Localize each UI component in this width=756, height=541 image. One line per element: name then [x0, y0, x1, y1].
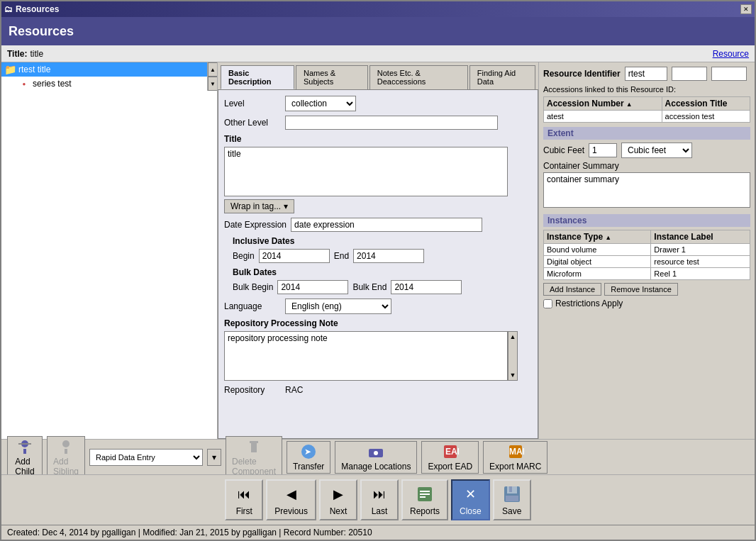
resource-id-box2 — [672, 67, 707, 81]
accession-title-col[interactable]: Accession Title — [662, 97, 750, 111]
next-button[interactable]: ▶ Next — [319, 479, 357, 520]
instance-label-col[interactable]: Instance Label — [651, 230, 750, 244]
resource-id-section: Resource Identifier — [543, 67, 750, 81]
other-level-input[interactable] — [285, 116, 498, 130]
instance-type-1: Bound volume — [544, 244, 651, 256]
repo-note-textarea[interactable]: repository processing note — [224, 331, 508, 381]
bulk-dates-label: Bulk Dates — [233, 267, 532, 277]
close-button-nav[interactable]: ✕ Close — [451, 479, 490, 520]
close-button[interactable]: ✕ — [740, 4, 752, 14]
previous-button[interactable]: ◀ Previous — [266, 479, 316, 520]
export-ead-label: Export EAD — [428, 462, 472, 472]
reports-button[interactable]: Reports — [401, 479, 448, 520]
manage-locations-button[interactable]: Manage Locations — [335, 441, 417, 474]
tree-item-rtest[interactable]: 📁 rtest title — [1, 62, 207, 77]
tab-finding[interactable]: Finding Aid Data — [469, 65, 535, 89]
level-row: Level collection series subseries file i… — [224, 96, 532, 111]
svg-rect-1 — [23, 449, 26, 454]
transfer-button[interactable]: ➤ Transfer — [287, 441, 330, 474]
instance-label-1: Drawer 1 — [651, 244, 750, 256]
svg-rect-21 — [509, 486, 512, 492]
tree-scroll-down[interactable]: ▼ — [208, 77, 218, 91]
remove-instance-button[interactable]: Remove Instance — [604, 283, 678, 296]
tab-basic[interactable]: Basic Description — [221, 65, 294, 89]
container-summary-input[interactable]: container summary — [543, 172, 750, 208]
end-input[interactable] — [353, 249, 424, 263]
resource-link[interactable]: Resource — [713, 49, 749, 59]
instance-type-3: Microform — [544, 268, 651, 280]
accessions-section: Accessions linked to this Resource ID: A… — [543, 85, 750, 123]
svg-rect-6 — [251, 443, 257, 452]
accessions-table: Accession Number ▲ Accession Title atest… — [543, 96, 750, 123]
notes-scroll-up[interactable]: ▲ — [508, 332, 517, 342]
cubic-feet-label: Cubic Feet — [543, 145, 584, 155]
main-window: 🗂 Resources ✕ Resources Title: title Res… — [0, 0, 756, 541]
extent-section: Extent Cubic Feet Cubic feet Linear feet… — [543, 127, 750, 210]
folder-icon: 📁 — [4, 64, 16, 75]
instance-row-3: Microform Reel 1 — [544, 268, 750, 280]
title-section: Title title Wrap in tag... ▾ — [224, 134, 532, 213]
bulk-end-input[interactable] — [391, 280, 462, 294]
title-textarea[interactable]: title — [224, 147, 508, 196]
repository-value: RAC — [285, 385, 303, 395]
rapid-entry-arrow[interactable]: ▾ — [207, 449, 221, 466]
add-sibling-icon — [57, 438, 74, 455]
last-label: Last — [372, 506, 388, 516]
inclusive-dates-section: Inclusive Dates Begin End — [233, 236, 532, 263]
resource-title-bar: Title: title Resource — [1, 45, 755, 62]
first-label: First — [236, 506, 252, 516]
add-child-button[interactable]: AddChild — [7, 436, 43, 479]
container-summary-section: Container Summary container summary — [543, 161, 750, 210]
resource-id-input[interactable] — [625, 67, 667, 81]
tree-scroll-up[interactable]: ▲ — [208, 62, 218, 77]
svg-rect-18 — [420, 496, 426, 498]
accessions-title: Accessions linked to this Resource ID: — [543, 85, 750, 94]
svg-rect-22 — [506, 496, 518, 501]
notes-scroll-down[interactable]: ▼ — [508, 370, 517, 380]
save-icon — [501, 484, 523, 505]
accession-number-cell: atest — [544, 111, 662, 123]
delete-component-label: DeleteComponent — [232, 457, 276, 476]
title-bar-text: 🗂 Resources — [4, 4, 59, 14]
language-select[interactable]: English (eng) French (fra) Spanish (spa) — [285, 299, 391, 314]
repository-row: Repository RAC — [224, 385, 532, 395]
language-row: Language English (eng) French (fra) Span… — [224, 299, 532, 314]
add-sibling-button[interactable]: AddSibling — [47, 436, 85, 479]
resource-id-label: Resource Identifier — [543, 69, 621, 79]
export-ead-button[interactable]: EAD Export EAD — [421, 441, 479, 474]
first-button[interactable]: ⏮ First — [225, 479, 263, 520]
cubic-feet-select[interactable]: Cubic feet Linear feet Items — [621, 143, 692, 158]
accession-num-col[interactable]: Accession Number ▲ — [544, 97, 662, 111]
instance-sort-arrow: ▲ — [605, 234, 611, 241]
wrap-tag-button[interactable]: Wrap in tag... ▾ — [224, 199, 294, 213]
level-select[interactable]: collection series subseries file item — [285, 96, 356, 111]
repo-note-label: Repository Processing Note — [224, 318, 532, 328]
add-instance-button[interactable]: Add Instance — [543, 283, 601, 296]
tab-names[interactable]: Names & Subjects — [296, 65, 368, 89]
begin-input[interactable] — [259, 249, 330, 263]
instance-label-2: resource test — [651, 256, 750, 268]
tab-notes[interactable]: Notes Etc. & Deaccessions — [369, 65, 468, 89]
save-button[interactable]: Save — [493, 479, 531, 520]
bottom-toolbar: AddChild AddSibling Rapid Data Entry ▾ D… — [1, 439, 755, 474]
restrictions-checkbox[interactable] — [543, 299, 552, 308]
export-marc-icon: MARC — [507, 443, 524, 460]
bulk-begin-input[interactable] — [277, 280, 348, 294]
instance-type-col[interactable]: Instance Type ▲ — [544, 230, 651, 244]
tree-item-series[interactable]: ● series test — [16, 77, 207, 91]
export-marc-button[interactable]: MARC Export MARC — [483, 441, 547, 474]
accession-sort-arrow: ▲ — [626, 101, 633, 108]
svg-point-3 — [62, 440, 70, 447]
title-bar-controls: ✕ — [740, 4, 752, 14]
instances-title: Instances — [543, 214, 750, 227]
other-level-row: Other Level — [224, 116, 532, 130]
date-expr-input[interactable] — [291, 218, 482, 232]
date-expr-row: Date Expression — [224, 218, 532, 232]
restrictions-row: Restrictions Apply — [543, 299, 750, 308]
last-icon: ⏭ — [369, 484, 390, 505]
svg-point-10 — [374, 451, 378, 455]
cubic-feet-input[interactable] — [589, 143, 617, 157]
delete-component-button[interactable]: DeleteComponent — [226, 436, 282, 479]
rapid-entry-select[interactable]: Rapid Data Entry — [89, 449, 203, 466]
last-button[interactable]: ⏭ Last — [360, 479, 399, 520]
